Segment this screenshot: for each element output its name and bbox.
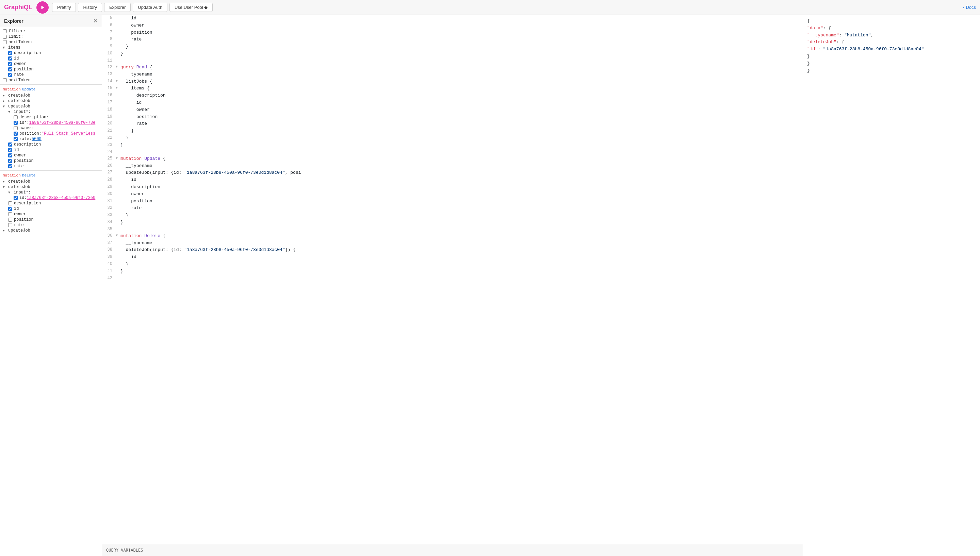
input-update-item[interactable]: ▼ input*: <box>0 109 102 115</box>
position-del-checkbox[interactable] <box>8 218 12 222</box>
position-value-link[interactable]: "Full Stack Serverless <box>42 131 95 136</box>
code-line-16: 16 description <box>102 92 803 99</box>
list-item[interactable]: filter: <box>0 29 102 34</box>
owner-input-checkbox[interactable] <box>14 126 18 130</box>
code-editor[interactable]: 5 id 6 owner 7 position <box>102 15 803 544</box>
limit-checkbox[interactable] <box>3 35 7 39</box>
arrow-right-icon: ▶ <box>3 228 8 233</box>
description-input-checkbox[interactable] <box>14 115 18 120</box>
description-del-checkbox[interactable] <box>8 201 12 205</box>
list-item[interactable]: position <box>0 217 102 222</box>
code-line-14: 14 ▼ listJobs { <box>102 78 803 86</box>
update-link[interactable]: Update <box>22 87 36 92</box>
code-line-20: 20 rate <box>102 120 803 128</box>
code-line-36: 36 ▼ mutation Delete { <box>102 233 803 240</box>
id-delete-checkbox[interactable] <box>14 196 18 200</box>
list-item[interactable]: position: "Full Stack Serverless <box>0 131 102 136</box>
list-item[interactable]: id: 1a8a763f-28b8-450a-96f0-73e0 <box>0 195 102 200</box>
list-item[interactable]: owner: <box>0 126 102 131</box>
collapse-arrow-icon: ▼ <box>3 105 8 108</box>
fold-icon[interactable]: ▼ <box>116 79 120 83</box>
list-item[interactable]: position <box>0 158 102 163</box>
list-item[interactable]: id*: 1a8a763f-28b8-450a-96f0-73e <box>0 120 102 126</box>
rate-checkbox[interactable] <box>8 73 12 77</box>
result-line: } <box>807 67 976 74</box>
position-out-checkbox[interactable] <box>8 159 12 163</box>
position-checkbox[interactable] <box>8 67 12 71</box>
fold-icon[interactable]: ▼ <box>116 86 120 90</box>
createjob-delete-item[interactable]: ▶ createJob <box>0 179 102 184</box>
run-button[interactable] <box>36 2 49 14</box>
code-line-35: 35 <box>102 226 803 233</box>
result-content: { "data": { "__typename": "Mutation", "d… <box>807 18 976 74</box>
list-item[interactable]: description <box>0 50 102 56</box>
id-delete-value-link[interactable]: 1a8a763f-28b8-450a-96f0-73e0 <box>27 196 96 200</box>
owner-del-checkbox[interactable] <box>8 212 12 216</box>
code-line-33: 33 } <box>102 212 803 219</box>
list-item[interactable]: owner <box>0 61 102 67</box>
fold-icon[interactable]: ▼ <box>116 157 120 160</box>
update-auth-button[interactable]: Update Auth <box>133 3 167 12</box>
docs-button[interactable]: ‹ Docs <box>963 5 976 10</box>
result-line: { <box>807 18 976 25</box>
deletejob-delete-item[interactable]: ▼ deleteJob <box>0 184 102 190</box>
list-item[interactable]: description: <box>0 115 102 120</box>
rate-input-checkbox[interactable] <box>14 137 18 141</box>
id-out-checkbox[interactable] <box>8 148 12 152</box>
code-line-28: 28 id <box>102 176 803 184</box>
id-input-checkbox[interactable] <box>14 121 18 125</box>
description-checkbox[interactable] <box>8 51 12 55</box>
section-divider <box>0 170 102 171</box>
owner-out-checkbox[interactable] <box>8 154 12 157</box>
updatejob-item[interactable]: ▼ updateJob <box>0 104 102 109</box>
arrow-right-icon: ▶ <box>3 179 8 184</box>
list-item[interactable]: id <box>0 206 102 212</box>
id-value-link[interactable]: 1a8a763f-28b8-450a-96f0-73e <box>29 120 95 125</box>
fold-icon[interactable]: ▼ <box>116 65 120 69</box>
nexttoken-top-checkbox[interactable] <box>3 40 7 44</box>
id-checkbox[interactable] <box>8 57 12 61</box>
list-item[interactable]: description <box>0 200 102 206</box>
explorer-button[interactable]: Explorer <box>104 3 131 12</box>
fold-icon[interactable]: ▼ <box>116 234 120 238</box>
list-item[interactable]: rate <box>0 72 102 78</box>
result-line: } <box>807 53 976 60</box>
filter-checkbox[interactable] <box>3 29 7 33</box>
code-line-24: 24 <box>102 149 803 155</box>
list-item[interactable]: nextToken: <box>0 39 102 45</box>
description-out-checkbox[interactable] <box>8 142 12 147</box>
list-item[interactable]: nextToken <box>0 78 102 83</box>
list-item[interactable]: limit: <box>0 34 102 39</box>
result-line: "data": { <box>807 25 976 32</box>
code-line-19: 19 position <box>102 113 803 121</box>
nexttoken-bottom-checkbox[interactable] <box>3 78 7 82</box>
createjob-update-item[interactable]: ▶ createJob <box>0 93 102 98</box>
rate-del-checkbox[interactable] <box>8 223 12 227</box>
input-delete-item[interactable]: ▼ input*: <box>0 190 102 195</box>
prettify-button[interactable]: Prettify <box>52 3 76 12</box>
list-item[interactable]: rate: 5000 <box>0 136 102 142</box>
list-item[interactable]: rate <box>0 222 102 228</box>
list-item[interactable]: owner <box>0 153 102 158</box>
rate-out-checkbox[interactable] <box>8 164 12 168</box>
deletejob-update-item[interactable]: ▶ deleteJob <box>0 98 102 104</box>
list-item[interactable]: rate <box>0 163 102 169</box>
owner-checkbox[interactable] <box>8 62 12 66</box>
position-input-checkbox[interactable] <box>14 132 18 136</box>
items-collapse[interactable]: ▼ items <box>0 45 102 50</box>
list-item[interactable]: description <box>0 142 102 147</box>
query-variables-bar[interactable]: QUERY VARIABLES <box>102 544 803 556</box>
code-line-13: 13 __typename <box>102 71 803 78</box>
list-item[interactable]: owner <box>0 212 102 217</box>
list-item[interactable]: position <box>0 67 102 72</box>
rate-value-link[interactable]: 5000 <box>32 137 42 141</box>
id-del-checkbox[interactable] <box>8 207 12 211</box>
history-button[interactable]: History <box>78 3 102 12</box>
list-item[interactable]: id <box>0 56 102 61</box>
code-line-39: 39 id <box>102 254 803 261</box>
explorer-close-button[interactable]: ✕ <box>93 18 98 24</box>
updatejob-delete-item[interactable]: ▶ updateJob <box>0 228 102 233</box>
list-item[interactable]: id <box>0 147 102 153</box>
delete-link[interactable]: Delete <box>22 173 36 178</box>
use-user-pool-button[interactable]: Use:User Pool ◆ <box>170 3 213 12</box>
